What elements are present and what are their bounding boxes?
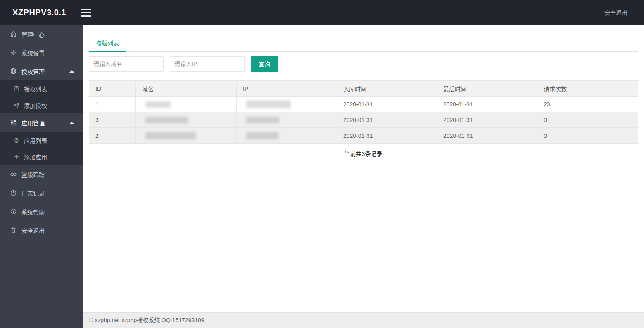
cell-domain <box>136 97 237 112</box>
column-header-entry-time: 入库时间 <box>337 81 437 97</box>
sidebar-item-label: 系统设置 <box>21 49 45 57</box>
apps-icon <box>10 119 17 126</box>
sidebar-item-label: 管理中心 <box>21 30 45 38</box>
redacted-domain-block <box>145 117 188 123</box>
top-header: XZPHPV3.0.1 安全退出 <box>0 0 644 25</box>
piracy-table: ID 域名 IP 入库时间 最后时间 请求次数 1 2020-01-31 202… <box>89 80 638 144</box>
query-button[interactable]: 查询 <box>251 56 278 72</box>
logout-link[interactable]: 安全退出 <box>604 8 627 17</box>
main-content: 盗版列表 查询 ID 域名 IP 入库时间 最后时间 请求次数 1 <box>83 25 644 312</box>
record-count-summary: 当前共3条记录 <box>89 149 638 158</box>
sidebar-item-label: 应用列表 <box>24 136 47 144</box>
globe-icon <box>10 68 17 75</box>
sidebar-item-system-settings[interactable]: 系统设置 <box>0 43 83 62</box>
clock-icon <box>10 189 17 196</box>
column-header-domain: 域名 <box>136 81 237 97</box>
column-header-id: ID <box>89 81 136 97</box>
trash-icon <box>10 227 17 234</box>
sidebar-group-app-management[interactable]: 应用管理 <box>0 113 83 132</box>
brand-logo: XZPHPV3.0.1 <box>12 8 66 17</box>
sidebar-item-add-auth[interactable]: 添加授权 <box>0 97 83 113</box>
sidebar-item-auth-list[interactable]: 授权列表 <box>0 80 83 97</box>
sidebar-group-label: 应用管理 <box>21 119 45 127</box>
cell-request-count: 0 <box>537 128 638 144</box>
column-header-ip: IP <box>237 81 337 97</box>
domain-search-input[interactable] <box>89 56 164 72</box>
sidebar-item-label: 安全退出 <box>21 226 45 234</box>
table-header-row: ID 域名 IP 入库时间 最后时间 请求次数 <box>89 81 638 97</box>
redacted-ip-block <box>246 100 291 108</box>
footer-copyright: © xzphp.net xzphp授权系统 QQ 1517293109 <box>83 312 644 328</box>
cell-entry-time: 2020-01-31 <box>337 97 437 112</box>
sidebar-nav: 管理中心 系统设置 授权管理 授权列表 <box>0 25 83 328</box>
ip-search-input[interactable] <box>170 56 245 72</box>
sidebar-item-admin-center[interactable]: 管理中心 <box>0 25 83 43</box>
redacted-ip-block <box>246 132 278 139</box>
layers-icon <box>13 137 20 144</box>
infinity-icon <box>10 171 17 178</box>
tab-piracy-list[interactable]: 盗版列表 <box>89 35 126 52</box>
info-icon <box>10 208 17 215</box>
cell-domain <box>136 128 237 144</box>
sidebar-item-log-records[interactable]: 日志记录 <box>0 184 83 202</box>
table-row: 3 2020-01-31 2020-01-31 0 <box>89 112 638 128</box>
sidebar-item-safe-exit[interactable]: 安全退出 <box>0 221 83 239</box>
sidebar-group-label: 授权管理 <box>21 67 45 76</box>
cell-ip <box>237 97 337 112</box>
cell-ip <box>237 128 337 144</box>
column-header-request-count: 请求次数 <box>537 81 638 97</box>
cell-request-count: 23 <box>537 97 638 112</box>
cell-request-count: 0 <box>537 112 638 128</box>
sidebar-item-label: 授权列表 <box>24 85 47 93</box>
sidebar-item-label: 系统帮助 <box>21 208 45 216</box>
home-icon <box>10 31 17 38</box>
cell-last-time: 2020-01-31 <box>437 112 537 128</box>
cell-id: 3 <box>89 112 136 128</box>
cell-last-time: 2020-01-31 <box>437 128 537 144</box>
sidebar-item-app-list[interactable]: 应用列表 <box>0 132 83 149</box>
sidebar-item-system-help[interactable]: 系统帮助 <box>0 202 83 221</box>
gear-icon <box>10 49 17 56</box>
plus-icon <box>13 153 20 160</box>
hamburger-menu-icon[interactable] <box>81 9 91 17</box>
sidebar-item-add-app[interactable]: 添加应用 <box>0 149 83 165</box>
sidebar-item-label: 日志记录 <box>21 189 45 197</box>
redacted-domain-block <box>145 132 196 139</box>
sidebar-item-piracy-tracking[interactable]: 盗版跟踪 <box>0 165 83 184</box>
cell-domain <box>136 112 237 128</box>
cell-last-time: 2020-01-31 <box>437 97 537 112</box>
sidebar-item-label: 添加应用 <box>24 153 47 161</box>
table-row: 1 2020-01-31 2020-01-31 23 <box>89 97 638 112</box>
column-header-last-time: 最后时间 <box>437 81 537 97</box>
cell-entry-time: 2020-01-31 <box>337 128 437 144</box>
cell-id: 1 <box>89 97 136 112</box>
redacted-domain-block <box>145 101 171 108</box>
send-icon <box>13 102 20 109</box>
table-row: 2 2020-01-31 2020-01-31 0 <box>89 128 638 144</box>
cell-id: 2 <box>89 128 136 144</box>
chevron-up-icon <box>69 122 74 124</box>
submenu-app: 应用列表 添加应用 <box>0 132 83 165</box>
chevron-up-icon <box>69 70 74 73</box>
submenu-auth: 授权列表 添加授权 <box>0 80 83 113</box>
sidebar-item-label: 盗版跟踪 <box>21 170 45 179</box>
redacted-ip-block <box>246 117 279 123</box>
cell-entry-time: 2020-01-31 <box>337 112 437 128</box>
tab-bar: 盗版列表 <box>89 35 638 52</box>
document-icon <box>13 85 20 92</box>
search-toolbar: 查询 <box>89 56 638 72</box>
sidebar-item-label: 添加授权 <box>24 101 47 109</box>
cell-ip <box>237 112 337 128</box>
sidebar-group-auth-management[interactable]: 授权管理 <box>0 62 83 80</box>
